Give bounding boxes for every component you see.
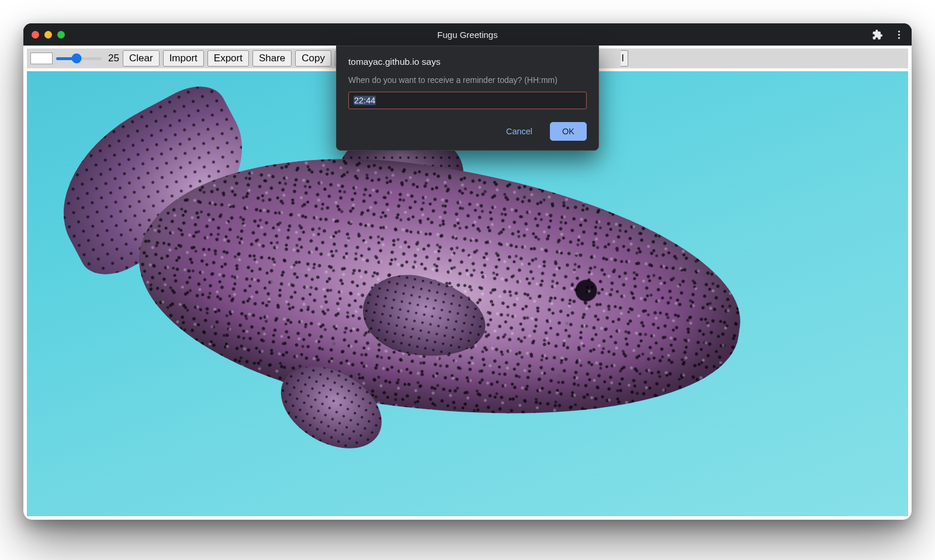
- window-zoom-button[interactable]: [57, 31, 65, 39]
- slider-thumb[interactable]: [72, 54, 82, 64]
- window-controls: [23, 31, 65, 39]
- share-button[interactable]: Share: [252, 50, 292, 67]
- export-button[interactable]: Export: [207, 50, 249, 67]
- import-button[interactable]: Import: [163, 50, 204, 67]
- svg-point-0: [898, 30, 900, 32]
- app-window: Fugu Greetings 25 Clear Import: [23, 23, 912, 520]
- toolbar-button-partial-right[interactable]: l: [621, 50, 628, 67]
- window-minimize-button[interactable]: [44, 31, 52, 39]
- clear-button[interactable]: Clear: [123, 50, 160, 67]
- svg-point-1: [898, 33, 900, 35]
- dialog-cancel-button[interactable]: Cancel: [494, 122, 544, 141]
- window-close-button[interactable]: [32, 31, 39, 39]
- brush-size-value: 25: [105, 53, 119, 64]
- copy-button[interactable]: Copy: [295, 50, 331, 67]
- dialog-origin: tomayac.github.io says: [348, 57, 587, 67]
- dialog-input-value: 22:44: [354, 96, 376, 105]
- color-swatch[interactable]: [30, 53, 53, 64]
- dialog-input[interactable]: 22:44: [348, 92, 587, 109]
- brush-size-slider[interactable]: [56, 53, 102, 64]
- canvas-image: [44, 98, 820, 490]
- titlebar: Fugu Greetings: [23, 23, 912, 46]
- extensions-icon[interactable]: [872, 29, 883, 40]
- menu-icon[interactable]: [894, 29, 905, 40]
- dialog-message: When do you want to receive a reminder t…: [348, 75, 587, 85]
- js-prompt-dialog: tomayac.github.io says When do you want …: [336, 46, 599, 151]
- window-title: Fugu Greetings: [23, 30, 912, 40]
- dialog-actions: Cancel OK: [348, 122, 587, 141]
- svg-point-2: [898, 37, 900, 39]
- dialog-ok-button[interactable]: OK: [550, 122, 587, 141]
